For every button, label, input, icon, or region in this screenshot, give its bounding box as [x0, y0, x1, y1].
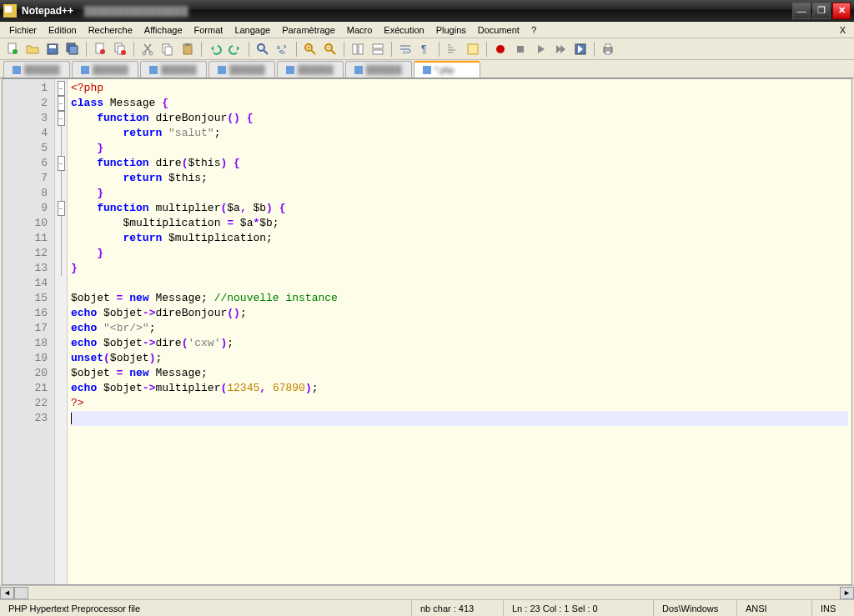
user-lang-button[interactable] — [464, 40, 482, 58]
cut-button[interactable] — [138, 40, 157, 58]
fold-toggle[interactable]: − — [58, 156, 65, 171]
menu-?[interactable]: ? — [525, 23, 542, 37]
sync-v-button[interactable] — [349, 40, 367, 58]
copy-button[interactable] — [158, 40, 177, 58]
close-all-button[interactable] — [111, 40, 129, 58]
svg-point-17 — [258, 44, 264, 51]
svg-text:¶: ¶ — [421, 43, 426, 55]
menu-affichage[interactable]: Affichage — [138, 23, 188, 37]
code-line[interactable]: echo $objet->dire('cxw'); — [71, 336, 848, 351]
app-title: Notepad++ — [22, 5, 73, 17]
tab-inactive[interactable]: ██████ — [72, 61, 138, 78]
code-line[interactable]: function multiplier($a, $b) { — [71, 201, 848, 216]
maximize-button[interactable]: ❐ — [812, 3, 831, 19]
scroll-right-button[interactable]: ► — [840, 587, 854, 599]
code-line[interactable]: function dire($this) { — [71, 156, 848, 171]
titlebar: Notepad++ - ████████████████ — ❐ ✕ — [0, 0, 854, 22]
svg-point-7 — [100, 49, 105, 54]
undo-button[interactable] — [206, 40, 224, 58]
tab-inactive[interactable]: ██████ — [3, 61, 70, 78]
find-button[interactable] — [254, 40, 272, 58]
code-line[interactable]: echo "<br/>"; — [71, 321, 848, 336]
fold-toggle[interactable]: − — [58, 201, 65, 216]
code-line[interactable] — [71, 276, 848, 291]
code-line[interactable]: } — [71, 186, 848, 201]
menu-plugins[interactable]: Plugins — [430, 23, 472, 37]
code-line[interactable]: return $this; — [71, 171, 848, 186]
document-path: - ████████████████ — [78, 6, 188, 16]
menu-document[interactable]: Document — [472, 23, 525, 37]
fold-toggle[interactable]: − — [58, 81, 65, 96]
tab-close-button[interactable]: X — [835, 25, 851, 35]
tab-active[interactable]: *.php — [414, 61, 480, 78]
save-button[interactable] — [43, 40, 62, 58]
code-line[interactable]: } — [71, 141, 848, 156]
replace-button[interactable]: ab — [274, 40, 292, 58]
tab-inactive[interactable]: ██████ — [277, 61, 344, 78]
code-line[interactable]: class Message { — [71, 96, 848, 111]
menu-fichier[interactable]: Fichier — [3, 23, 43, 37]
menu-paramètrage[interactable]: Paramètrage — [276, 23, 341, 37]
svg-rect-29 — [517, 46, 524, 53]
save-all-button[interactable] — [63, 40, 82, 58]
code-line[interactable]: function direBonjour() { — [71, 111, 848, 126]
menu-format[interactable]: Format — [188, 23, 229, 37]
code-line[interactable]: ?> — [71, 396, 848, 411]
minimize-button[interactable]: — — [792, 3, 811, 19]
code-line[interactable]: unset($objet); — [71, 351, 848, 366]
zoom-in-button[interactable] — [301, 40, 319, 58]
menu-edition[interactable]: Edition — [43, 23, 83, 37]
fold-column[interactable]: −−−−− — [54, 79, 68, 584]
code-line[interactable]: $objet = new Message; — [71, 366, 848, 381]
code-line[interactable]: return "salut"; — [71, 126, 848, 141]
file-icon — [218, 66, 226, 74]
menu-recherche[interactable]: Recherche — [83, 23, 138, 37]
menu-langage[interactable]: Langage — [229, 23, 276, 37]
svg-rect-32 — [605, 44, 610, 48]
zoom-out-button[interactable] — [321, 40, 339, 58]
code-line[interactable]: $multiplication = $a*$b; — [71, 216, 848, 231]
scroll-thumb[interactable] — [14, 587, 28, 599]
close-file-button[interactable] — [91, 40, 109, 58]
save-macro-button[interactable] — [571, 40, 590, 58]
play-multi-button[interactable] — [551, 40, 570, 58]
open-file-button[interactable] — [23, 40, 42, 58]
fold-toggle[interactable]: − — [58, 111, 65, 126]
status-filetype: PHP Hypertext Preprocessor file — [0, 600, 412, 616]
code-line[interactable]: echo $objet->direBonjour(); — [71, 306, 848, 321]
close-button[interactable]: ✕ — [832, 3, 851, 19]
fold-toggle[interactable]: − — [58, 96, 65, 111]
record-macro-button[interactable] — [491, 40, 510, 58]
menu-exécution[interactable]: Exécution — [378, 23, 430, 37]
sync-h-button[interactable] — [369, 40, 387, 58]
wordwrap-button[interactable] — [396, 40, 414, 58]
status-eol: Dos\Windows — [654, 600, 737, 616]
scroll-left-button[interactable]: ◄ — [0, 587, 14, 599]
new-file-button[interactable] — [3, 40, 22, 58]
stop-macro-button[interactable] — [511, 40, 530, 58]
code-line[interactable]: $objet = new Message; //nouvelle instanc… — [71, 291, 848, 306]
code-line[interactable]: } — [71, 246, 848, 261]
code-line[interactable] — [71, 411, 848, 426]
indent-guide-button[interactable] — [444, 40, 462, 58]
menubar: FichierEditionRechercheAffichageFormatLa… — [0, 22, 854, 38]
redo-button[interactable] — [226, 40, 244, 58]
code-line[interactable]: return $multiplication; — [71, 231, 848, 246]
editor[interactable]: 1234567891011121314151617181920212223 −−… — [2, 78, 852, 585]
paste-button[interactable] — [178, 40, 197, 58]
toolbar-separator — [296, 42, 297, 57]
code-area[interactable]: <?phpclass Message { function direBonjou… — [68, 79, 851, 584]
code-line[interactable]: } — [71, 261, 848, 276]
code-line[interactable]: echo $objet->multiplier(12345, 67890); — [71, 381, 848, 396]
tab-inactive[interactable]: ██████ — [140, 61, 207, 78]
play-macro-button[interactable] — [531, 40, 550, 58]
code-line[interactable]: <?php — [71, 81, 848, 96]
print-button[interactable] — [599, 40, 617, 58]
menu-macro[interactable]: Macro — [341, 23, 379, 37]
horizontal-scrollbar[interactable]: ◄ ► — [0, 585, 854, 599]
show-all-chars-button[interactable]: ¶ — [416, 40, 435, 58]
toolbar-separator — [594, 42, 595, 57]
svg-rect-16 — [185, 43, 190, 46]
tab-inactive[interactable]: ██████ — [345, 61, 412, 78]
tab-inactive[interactable]: ██████ — [208, 61, 275, 78]
